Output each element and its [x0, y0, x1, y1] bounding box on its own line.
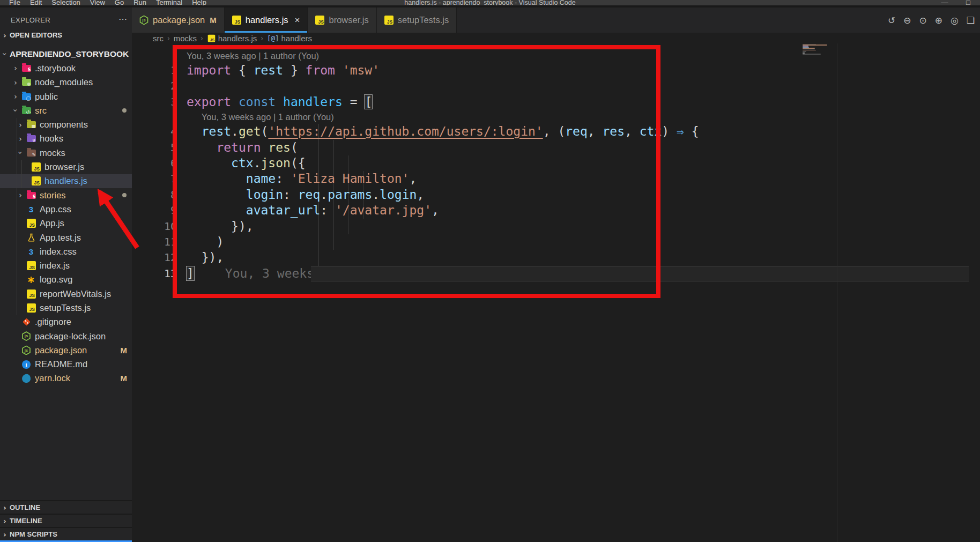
chevron-right-icon: › [11, 92, 20, 101]
javascript-file-icon: JS [27, 219, 36, 228]
tree-item-index.css[interactable]: 3index.css [0, 244, 132, 258]
breadcrumb-handlers.js[interactable]: JShandlers.js [207, 34, 257, 43]
menu-terminal[interactable]: Terminal [151, 0, 187, 5]
symbol-array-icon: [@] [267, 34, 279, 42]
file-label: index.css [40, 247, 77, 257]
minimap[interactable] [803, 43, 827, 55]
breadcrumb-handlers[interactable]: [@]handlers [267, 34, 312, 43]
menu-view[interactable]: View [85, 0, 110, 5]
tree-item-README.md[interactable]: iREADME.md [0, 358, 132, 372]
npm-scripts-section[interactable]: › NPM SCRIPTS [0, 528, 132, 540]
gitlens-codelens[interactable]: You, 3 weeks ago | 1 author (You) [187, 49, 319, 63]
more-actions-icon[interactable]: ⋯ [118, 14, 128, 24]
file-label: components [40, 120, 88, 130]
tree-item-components[interactable]: ›▦components [0, 117, 132, 131]
nodejs-package-icon: js [22, 345, 31, 355]
open-editors-section[interactable]: › OPEN EDITORS [0, 29, 132, 41]
breadcrumb-separator: › [201, 34, 203, 42]
folder-mocks-icon: ✎ [27, 150, 36, 157]
tree-item-.gitignore[interactable]: .gitignore [0, 315, 132, 329]
menu-file[interactable]: File [4, 0, 25, 5]
javascript-file-icon: JS [315, 16, 324, 25]
tree-item-public[interactable]: ›◯public [0, 90, 132, 103]
javascript-file-icon: JS [27, 261, 36, 270]
menu-selection[interactable]: Selection [47, 0, 85, 5]
chevron-down-icon: › [11, 106, 20, 115]
tab-label: package.json [153, 15, 205, 25]
tab-handlers.js[interactable]: JShandlers.js× [225, 8, 308, 33]
tree-item-src[interactable]: ›‹/›src [0, 103, 132, 117]
tree-item-handlers.js[interactable]: JShandlers.js [0, 174, 132, 188]
tree-item-node_modules[interactable]: ›●node_modules [0, 76, 132, 90]
toggle-file-blame-icon[interactable]: ⊙ [919, 15, 926, 26]
menu-run[interactable]: Run [129, 0, 151, 5]
menu-edit[interactable]: Edit [25, 0, 47, 5]
code-line-2: 2 [132, 78, 980, 94]
git-modified-badge: M [121, 346, 128, 355]
tree-item-stories[interactable]: ›Sstories [0, 188, 132, 202]
gitignore-file-icon [22, 317, 31, 326]
menu-help[interactable]: Help [187, 0, 211, 5]
breadcrumb-src[interactable]: src [153, 34, 164, 43]
open-editors-label: OPEN EDITORS [10, 31, 62, 39]
file-label: README.md [35, 359, 87, 369]
gitlens-codelens[interactable]: You, 3 weeks ago | 1 author (You) [202, 110, 334, 124]
chevron-right-icon: › [0, 31, 10, 40]
nodejs-package-icon: js [139, 16, 149, 25]
file-label: setupTests.js [40, 303, 91, 313]
split-editor-icon[interactable]: ❏ [967, 15, 975, 26]
tree-item-index.js[interactable]: JSindex.js [0, 258, 132, 272]
line-number: 5 [132, 140, 177, 155]
explorer-header: EXPLORER ⋯ [0, 8, 132, 24]
readme-info-icon: i [22, 360, 31, 369]
timeline-icon[interactable]: ↺ [888, 15, 895, 26]
tab-package.json[interactable]: jspackage.jsonM [132, 8, 225, 33]
minimap-divider [837, 43, 837, 542]
tab-bar: jspackage.jsonMJShandlers.js×JSbrowser.j… [132, 8, 980, 33]
close-icon[interactable]: × [295, 15, 300, 26]
file-label: browser.js [44, 162, 84, 172]
breadcrumb-label: handlers.js [218, 34, 257, 43]
open-changes-next-icon[interactable]: ⊕ [935, 15, 942, 26]
tree-item-logo.svg[interactable]: logo.svg [0, 273, 132, 287]
tree-item-root[interactable]: ›APRENDIENDO_STORYBOOK [0, 47, 132, 61]
css-file-icon: 3 [29, 205, 33, 213]
open-changes-previous-icon[interactable]: ⊖ [903, 15, 911, 26]
timeline-section[interactable]: › TIMELINE [0, 515, 132, 527]
folder-stories-icon: S [27, 192, 36, 199]
tree-item-App.css[interactable]: 3App.css [0, 202, 132, 216]
breadcrumb-separator: › [167, 34, 170, 42]
sidebar-bottom-panels: › OUTLINE › TIMELINE › NPM SCRIPTS [0, 500, 132, 542]
outline-section[interactable]: › OUTLINE [0, 501, 132, 514]
minimize-icon[interactable]: — [933, 0, 956, 5]
chevron-down-icon: › [1, 49, 9, 59]
file-label: yarn.lock [35, 373, 70, 383]
code-line-7: 7 name: 'Eliza Hamilton', [132, 171, 980, 187]
maximize-icon[interactable]: □ [956, 0, 980, 5]
tree-item-hooks[interactable]: ›∪hooks [0, 132, 132, 146]
tree-item-setupTests.js[interactable]: JSsetupTests.js [0, 301, 132, 315]
tree-item-App.js[interactable]: JSApp.js [0, 217, 132, 231]
chevron-right-icon: › [11, 78, 20, 87]
tree-item-package.json[interactable]: jspackage.jsonM [0, 343, 132, 357]
tree-item-reportWebVitals.js[interactable]: JSreportWebVitals.js [0, 287, 132, 301]
tab-browser.js[interactable]: JSbrowser.js [308, 8, 376, 33]
breadcrumb-mocks[interactable]: mocks [174, 34, 197, 43]
menu-go[interactable]: Go [110, 0, 129, 5]
tree-item-.storybook[interactable]: ›S.storybook [0, 61, 132, 75]
file-label: src [35, 106, 47, 116]
tree-item-browser.js[interactable]: JSbrowser.js [0, 160, 132, 174]
current-line-highlight [311, 266, 969, 281]
folder-components-icon: ▦ [27, 121, 36, 128]
javascript-file-icon: JS [32, 162, 41, 172]
tree-item-App.test.js[interactable]: App.test.js [0, 231, 132, 244]
tab-setupTests.js[interactable]: JSsetupTests.js [377, 8, 457, 33]
file-label: mocks [40, 148, 65, 158]
line-number: 8 [132, 187, 177, 203]
code-editor[interactable]: You, 3 weeks ago | 1 author (You)1import… [132, 43, 980, 542]
gitlens-icon[interactable]: ◎ [951, 15, 959, 26]
tree-item-yarn.lock[interactable]: yarn.lockM [0, 372, 132, 385]
tree-item-mocks[interactable]: ›✎mocks [0, 146, 132, 160]
tree-item-package-lock.json[interactable]: jspackage-lock.json [0, 329, 132, 343]
folder-src-icon: ‹/› [22, 107, 31, 114]
